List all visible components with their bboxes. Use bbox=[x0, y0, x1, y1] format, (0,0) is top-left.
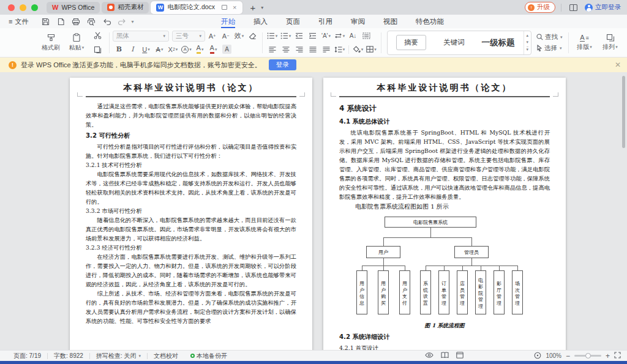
typeset-button[interactable]: A≡ 排版▾ bbox=[572, 30, 598, 56]
file-menu[interactable]: ≡ 文件 bbox=[9, 17, 28, 26]
gallery-up-button[interactable]: ▴ bbox=[527, 33, 529, 38]
document-canvas[interactable]: 本科毕业设计说明书（论文） 通过满足这些需求，电影院售票系统能够提供更好的观众体… bbox=[0, 72, 627, 350]
decrease-font-button[interactable]: A− bbox=[219, 30, 232, 42]
banner-close-icon[interactable]: ✕ bbox=[615, 61, 621, 69]
save-icon[interactable] bbox=[39, 16, 51, 27]
redo-icon[interactable] bbox=[116, 16, 128, 27]
split-view-icon[interactable] bbox=[567, 2, 579, 13]
backup-indicator[interactable]: 本地备份开 bbox=[184, 352, 233, 360]
increase-indent-button[interactable] bbox=[306, 30, 319, 42]
ribbon-tab-review[interactable]: 审阅 bbox=[343, 15, 373, 28]
minimize-window-button[interactable] bbox=[20, 4, 26, 11]
fullscreen-view-button[interactable] bbox=[456, 352, 464, 360]
tab-list-chevron-icon[interactable]: ▾ bbox=[261, 5, 263, 10]
change-case-button[interactable]: 效▾ bbox=[233, 30, 246, 42]
fullscreen-button[interactable] bbox=[614, 352, 621, 360]
zoom-slider[interactable] bbox=[574, 355, 601, 357]
copy-button[interactable] bbox=[91, 44, 104, 56]
document-page-right[interactable]: 本科毕业设计说明书（论文） 4 系统设计4.1 系统总体设计统该电影院售票系统基… bbox=[323, 78, 566, 350]
zoom-window-button[interactable] bbox=[31, 4, 38, 11]
gallery-down-button[interactable]: ▾ bbox=[527, 40, 529, 45]
tab-close-icon[interactable]: × bbox=[233, 4, 236, 11]
bold-button[interactable]: B bbox=[113, 43, 126, 55]
vertical-scrollbar[interactable] bbox=[622, 76, 625, 148]
character-shading-button[interactable]: A bbox=[220, 43, 233, 55]
superscript-button[interactable]: X2▾ bbox=[167, 43, 179, 55]
figure-leaf-box: 电影院管理 bbox=[475, 270, 486, 314]
align-left-button[interactable] bbox=[266, 43, 279, 55]
ribbon-tab-insert[interactable]: 插入 bbox=[246, 15, 276, 28]
page-indicator[interactable]: 页面: 7/19 bbox=[7, 352, 47, 360]
distribute-button[interactable] bbox=[320, 43, 332, 55]
font-color-button[interactable]: A▾ bbox=[207, 43, 220, 55]
tab-document[interactable]: W 电影院论文.docx × bbox=[151, 1, 242, 14]
font-size-select[interactable]: 三号▾ bbox=[172, 31, 205, 42]
text-direction-button[interactable]: ▾ bbox=[333, 30, 346, 42]
increase-font-button[interactable]: A+ bbox=[206, 30, 219, 42]
italic-button[interactable]: I bbox=[126, 43, 139, 55]
tab-wps-office[interactable]: W WPS Office bbox=[47, 2, 100, 13]
page-view-button[interactable] bbox=[441, 352, 449, 360]
tab-overview-icon[interactable] bbox=[222, 5, 227, 10]
zoom-out-button[interactable]: − bbox=[566, 352, 570, 360]
fit-page-button[interactable] bbox=[534, 352, 541, 360]
highlight-button[interactable]: A▾ bbox=[193, 43, 206, 55]
ribbon-tab-page[interactable]: 页面 bbox=[278, 15, 308, 28]
numbered-list-button[interactable]: ▾ bbox=[279, 30, 292, 42]
spell-check-toggle[interactable]: 拼写检查: 关闭▾ bbox=[90, 352, 147, 360]
proofread-button[interactable]: 文档校对 bbox=[148, 352, 184, 360]
sort-button[interactable]: A↓ bbox=[347, 30, 359, 42]
system-flowchart-figure[interactable]: 电影院售票系统用户用户信息用户购买用户支付管理员系统设置订单管理店员管理电影院管… bbox=[346, 217, 543, 317]
undo-redo-chevron-icon[interactable]: ▾ bbox=[131, 19, 133, 24]
arrange-button[interactable]: 排列▾ bbox=[598, 30, 623, 56]
shading-fill-button[interactable]: ▾ bbox=[351, 43, 364, 55]
format-painter-button[interactable]: 格式刷 bbox=[38, 30, 64, 56]
close-window-button[interactable] bbox=[8, 4, 15, 11]
eye-protect-mode-button[interactable] bbox=[425, 352, 434, 359]
login-button[interactable]: 立即登录 bbox=[585, 3, 621, 12]
banner-login-button[interactable]: 登录 bbox=[269, 59, 296, 70]
upgrade-button[interactable]: ↑ 升级 bbox=[525, 2, 555, 13]
paste-button[interactable]: 粘贴▾ bbox=[64, 30, 89, 56]
line-spacing-button[interactable]: ▾ bbox=[333, 43, 346, 55]
enclose-character-button[interactable]: A▾ bbox=[180, 43, 193, 55]
wps-logo-icon: W bbox=[52, 4, 58, 11]
style-abstract[interactable]: 摘要 bbox=[388, 31, 435, 54]
zoom-in-button[interactable]: + bbox=[606, 352, 610, 360]
eraser-icon bbox=[249, 32, 257, 40]
word-count-indicator[interactable]: 字数: 8922 bbox=[48, 352, 89, 360]
justify-button[interactable] bbox=[306, 43, 319, 55]
borders-button[interactable]: ▾ bbox=[365, 43, 378, 55]
undo-icon[interactable] bbox=[100, 16, 113, 27]
style-keyword[interactable]: 关键词 bbox=[435, 31, 473, 54]
gallery-more-button[interactable]: ▾ bbox=[527, 46, 529, 52]
select-button[interactable]: 选择▾ bbox=[536, 44, 563, 53]
zoom-slider-thumb[interactable] bbox=[585, 353, 591, 358]
align-center-button[interactable] bbox=[279, 43, 292, 55]
bullet-list-button[interactable]: ▾ bbox=[266, 30, 279, 42]
export-pdf-icon[interactable] bbox=[54, 16, 67, 27]
cut-button[interactable] bbox=[91, 29, 104, 41]
paragraph-layout-button[interactable] bbox=[360, 30, 373, 42]
font-family-select[interactable]: 黑体▾ bbox=[113, 31, 169, 42]
tab-docer[interactable]: 稻壳素材 bbox=[102, 2, 149, 13]
align-right-button[interactable] bbox=[293, 43, 306, 55]
ribbon-tab-features[interactable]: 特色功能 bbox=[408, 15, 452, 28]
clear-format-button[interactable] bbox=[246, 30, 259, 42]
paragraph: 可行性分析是指对项目的可行性进行评估和分析，以确定项目是否值得投资和实施。针对电… bbox=[86, 142, 296, 160]
document-page-left[interactable]: 本科毕业设计说明书（论文） 通过满足这些需求，电影院售票系统能够提供更好的观众体… bbox=[70, 78, 312, 350]
ribbon-tab-reference[interactable]: 引用 bbox=[310, 15, 340, 28]
phonetic-guide-button[interactable]: 'A'▾ bbox=[320, 30, 332, 42]
zoom-level[interactable]: 100% bbox=[546, 352, 561, 359]
figure-intro: 电影院售票系统流程图如图 1 所示 bbox=[339, 201, 550, 212]
ribbon-tab-home[interactable]: 开始 bbox=[213, 15, 243, 28]
ribbon-tab-view[interactable]: 视图 bbox=[375, 15, 405, 28]
new-tab-button[interactable]: + bbox=[250, 2, 256, 13]
find-button[interactable]: 查找▾ bbox=[536, 33, 563, 42]
strikethrough-button[interactable]: A▾ bbox=[153, 43, 166, 55]
style-heading1[interactable]: 一级标题 bbox=[473, 31, 524, 54]
decrease-indent-button[interactable] bbox=[293, 30, 306, 42]
print-preview-icon[interactable] bbox=[85, 16, 97, 27]
underline-button[interactable]: U▾ bbox=[140, 43, 152, 55]
print-icon[interactable] bbox=[70, 16, 82, 27]
